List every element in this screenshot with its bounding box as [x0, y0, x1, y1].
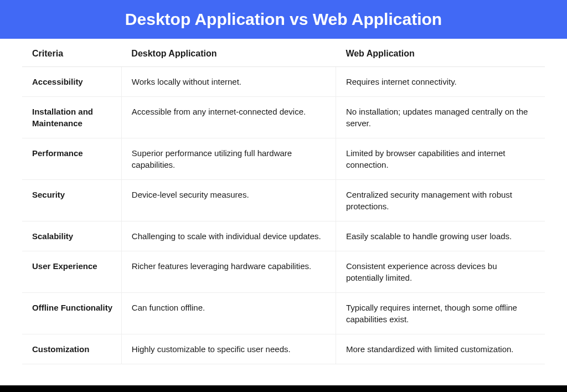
page-title: Desktop Application vs Web Application	[0, 0, 567, 39]
web-cell: Consistent experience across devices bu …	[336, 251, 545, 293]
web-cell: Requires internet connectivity.	[336, 67, 545, 97]
criteria-cell: User Experience	[22, 251, 121, 293]
web-cell: Centralized security management with rob…	[336, 180, 545, 221]
table-row: Offline Functionality Can function offli…	[22, 293, 545, 334]
criteria-cell: Performance	[22, 138, 121, 180]
criteria-cell: Scalability	[22, 221, 121, 251]
column-header-criteria: Criteria	[22, 39, 121, 67]
table-row: Installation and Maintenance Accessible …	[22, 97, 545, 138]
table-row: User Experience Richer features leveragi…	[22, 251, 545, 293]
criteria-cell: Accessibility	[22, 67, 121, 97]
table-row: Accessibility Works locally without inte…	[22, 67, 545, 97]
column-header-desktop: Desktop Application	[121, 39, 336, 67]
desktop-cell: Works locally without internet.	[121, 67, 336, 97]
table-body: Accessibility Works locally without inte…	[22, 67, 545, 364]
desktop-cell: Device-level security measures.	[121, 180, 336, 221]
bottom-bar	[0, 385, 567, 392]
web-cell: More standardized with limited customiza…	[336, 334, 545, 364]
column-header-web: Web Application	[336, 39, 545, 67]
criteria-cell: Offline Functionality	[22, 293, 121, 334]
criteria-cell: Customization	[22, 334, 121, 364]
table-row: Performance Superior performance utilizi…	[22, 138, 545, 180]
table-row: Customization Highly customizable to spe…	[22, 334, 545, 364]
table-row: Security Device-level security measures.…	[22, 180, 545, 221]
table-wrapper: Criteria Desktop Application Web Applica…	[0, 39, 567, 385]
desktop-cell: Challenging to scale with individual dev…	[121, 221, 336, 251]
desktop-cell: Superior performance utilizing full hard…	[121, 138, 336, 180]
criteria-cell: Installation and Maintenance	[22, 97, 121, 138]
web-cell: Typically requires internet, though some…	[336, 293, 545, 334]
desktop-cell: Richer features leveraging hardware capa…	[121, 251, 336, 293]
table-header-row: Criteria Desktop Application Web Applica…	[22, 39, 545, 67]
desktop-cell: Highly customizable to specific user nee…	[121, 334, 336, 364]
comparison-table: Criteria Desktop Application Web Applica…	[22, 39, 545, 364]
desktop-cell: Can function offline.	[121, 293, 336, 334]
web-cell: Limited by browser capabilities and inte…	[336, 138, 545, 180]
page-container: Desktop Application vs Web Application C…	[0, 0, 567, 392]
web-cell: Easily scalable to handle growing user l…	[336, 221, 545, 251]
table-row: Scalability Challenging to scale with in…	[22, 221, 545, 251]
desktop-cell: Accessible from any internet-connected d…	[121, 97, 336, 138]
web-cell: No installation; updates managed central…	[336, 97, 545, 138]
criteria-cell: Security	[22, 180, 121, 221]
